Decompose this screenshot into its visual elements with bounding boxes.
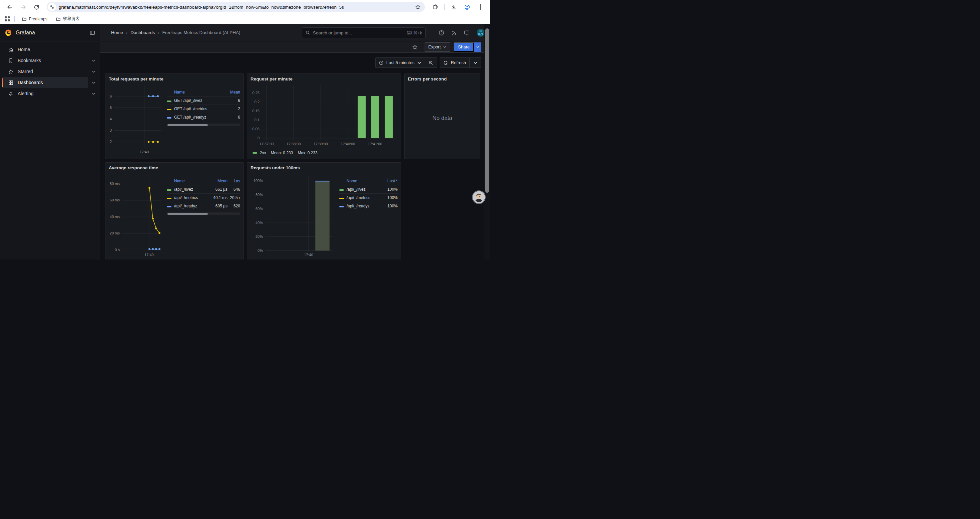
- bookmark-folder-blogs[interactable]: 收藏博客: [53, 15, 83, 23]
- legend-col-name[interactable]: Name: [174, 179, 209, 184]
- legend-row[interactable]: /api/_/metrics 40.1 ms 20.5 r: [167, 193, 240, 202]
- time-range-picker[interactable]: Last 5 minutes: [375, 58, 425, 67]
- search-input[interactable]: [313, 30, 404, 35]
- legend-row[interactable]: /api/_/readyz 100%: [339, 202, 398, 210]
- extensions-icon[interactable]: [430, 2, 441, 13]
- legend-col-name[interactable]: Name: [347, 179, 382, 184]
- sidebar-item-label: Alerting: [18, 91, 33, 96]
- legend-row[interactable]: /api/_/readyz 605 µs 620: [167, 202, 240, 210]
- panel-title[interactable]: Total requests per minute: [109, 76, 240, 83]
- sidebar-item-alerting[interactable]: Alerting: [0, 88, 100, 99]
- panel-request-per-minute[interactable]: Request per minute 0.250.20.150.10.05017…: [247, 73, 401, 159]
- series-swatch[interactable]: [253, 152, 257, 153]
- panel-requests-under-100ms[interactable]: Requests under 100ms 100%80%60%40%20%0%1…: [247, 162, 401, 260]
- dashboard-actions-bar: Export Share: [100, 42, 490, 53]
- bookmark-icon: [8, 58, 13, 63]
- legend-row[interactable]: GET /api/_/livez 6: [167, 96, 240, 105]
- legend-row[interactable]: GET /api/_/metrics 2: [167, 105, 240, 113]
- apps-grid-icon[interactable]: [5, 16, 10, 21]
- downloads-icon[interactable]: [448, 2, 459, 13]
- series-swatch[interactable]: [167, 189, 172, 191]
- address-bar[interactable]: grafana.mathmast.com/d/deytv4rwavabkb/fr…: [47, 2, 425, 12]
- browser-menu-icon[interactable]: [475, 2, 486, 13]
- bookmark-star-icon[interactable]: [414, 3, 422, 11]
- series-swatch[interactable]: [167, 109, 172, 110]
- legend-col-mean[interactable]: Mean: [224, 90, 240, 94]
- legend-inline[interactable]: 2xx Mean: 0.233 Max: 0.233: [250, 151, 398, 155]
- news-rss-icon[interactable]: [451, 30, 457, 36]
- url-text[interactable]: grafana.mathmast.com/d/deytv4rwavabkb/fr…: [59, 5, 414, 10]
- legend-col-mean[interactable]: Mean: [209, 179, 228, 184]
- panel-title[interactable]: Errors per second: [408, 76, 477, 83]
- panel-title[interactable]: Request per minute: [250, 76, 398, 83]
- panel-title[interactable]: Average response time: [109, 164, 240, 172]
- grafana-logo[interactable]: [5, 29, 12, 37]
- legend-row[interactable]: /api/_/livez 100%: [339, 185, 398, 193]
- sidebar-item-dashboards[interactable]: Dashboards: [0, 77, 100, 88]
- panel-total-requests[interactable]: Total requests per minute 6543217:40 Nam…: [105, 73, 244, 159]
- refresh-button[interactable]: Refresh: [440, 58, 469, 67]
- request-per-minute-chart[interactable]: 0.250.20.150.10.05017:37:0017:38:0017:39…: [250, 83, 398, 149]
- collapse-sidebar-icon[interactable]: [90, 30, 95, 35]
- sidebar-item-starred[interactable]: Starred: [0, 66, 100, 77]
- panel-title[interactable]: Requests under 100ms: [250, 164, 398, 172]
- sidebar-item-bookmarks[interactable]: Bookmarks: [0, 55, 100, 66]
- legend-scrollbar-thumb[interactable]: [167, 213, 208, 215]
- legend-row[interactable]: /api/_/metrics 100%: [339, 193, 398, 202]
- under-100ms-chart[interactable]: 100%80%60%40%20%0%17:40: [250, 172, 334, 260]
- series-swatch[interactable]: [339, 206, 344, 208]
- sidebar-item-home[interactable]: Home: [0, 44, 100, 55]
- help-icon[interactable]: [439, 30, 444, 36]
- sidebar-item-label: Starred: [18, 69, 33, 74]
- assistant-avatar[interactable]: [473, 191, 485, 203]
- chevron-down-icon[interactable]: [92, 70, 95, 73]
- bookmark-folder-freeleaps[interactable]: Freeleaps: [19, 16, 50, 22]
- browser-profile-icon[interactable]: [461, 2, 473, 13]
- series-swatch[interactable]: [339, 189, 344, 191]
- zoom-out-button[interactable]: [425, 58, 437, 67]
- chevron-down-icon[interactable]: [92, 92, 95, 96]
- page-scrollbar-thumb[interactable]: [485, 29, 489, 193]
- refresh-interval-caret[interactable]: [470, 58, 481, 67]
- series-swatch[interactable]: [339, 198, 344, 199]
- series-swatch[interactable]: [167, 117, 172, 118]
- svg-text:2: 2: [110, 140, 112, 144]
- chevron-down-icon[interactable]: [92, 59, 95, 62]
- legend-col-last[interactable]: Las: [228, 179, 240, 184]
- no-data-message: No data: [408, 83, 477, 153]
- back-button[interactable]: [4, 2, 15, 13]
- panel-avg-response-time[interactable]: Average response time 80 ms60 ms40 ms20 …: [105, 162, 244, 260]
- forward-button[interactable]: [18, 2, 29, 13]
- legend-col-name[interactable]: Name: [174, 90, 224, 94]
- reload-button[interactable]: [31, 2, 42, 13]
- breadcrumb-home[interactable]: Home: [111, 30, 123, 35]
- series-swatch[interactable]: [167, 101, 172, 102]
- legend-col-last[interactable]: Last *: [382, 179, 398, 184]
- svg-text:17:40: 17:40: [304, 253, 313, 257]
- panel-errors-per-second[interactable]: Errors per second No data: [404, 73, 480, 159]
- search-box[interactable]: ⌘+k: [302, 27, 426, 38]
- user-avatar[interactable]: [477, 29, 485, 37]
- total-requests-chart[interactable]: 6543217:40: [109, 83, 164, 156]
- legend-scrollbar[interactable]: [167, 124, 240, 126]
- page-scrollbar[interactable]: [484, 24, 490, 260]
- legend-row[interactable]: /api/_/livez 661 µs 646: [167, 185, 240, 193]
- legend-row[interactable]: GET /api/_/readyz 6: [167, 113, 240, 121]
- monitor-icon[interactable]: [464, 30, 470, 36]
- chevron-down-icon[interactable]: [92, 81, 95, 85]
- refresh-icon: [443, 61, 448, 65]
- avg-response-chart[interactable]: 80 ms60 ms40 ms20 ms0 s17:40: [109, 172, 164, 260]
- legend-table: Name Mean GET /api/_/livez 6 GET /api/_/…: [167, 88, 240, 156]
- favorite-dashboard-star-icon[interactable]: [412, 45, 418, 50]
- share-button[interactable]: Share: [453, 42, 474, 52]
- legend-scrollbar-thumb[interactable]: [167, 124, 208, 126]
- share-menu-caret[interactable]: [474, 42, 481, 52]
- legend-scrollbar[interactable]: [167, 212, 240, 215]
- site-settings-icon[interactable]: [48, 3, 56, 11]
- series-swatch[interactable]: [167, 198, 172, 199]
- series-swatch[interactable]: [167, 206, 172, 208]
- export-button[interactable]: Export: [425, 42, 451, 52]
- svg-text:4: 4: [110, 117, 112, 121]
- svg-text:40 ms: 40 ms: [110, 215, 120, 219]
- breadcrumb-dashboards[interactable]: Dashboards: [130, 30, 155, 35]
